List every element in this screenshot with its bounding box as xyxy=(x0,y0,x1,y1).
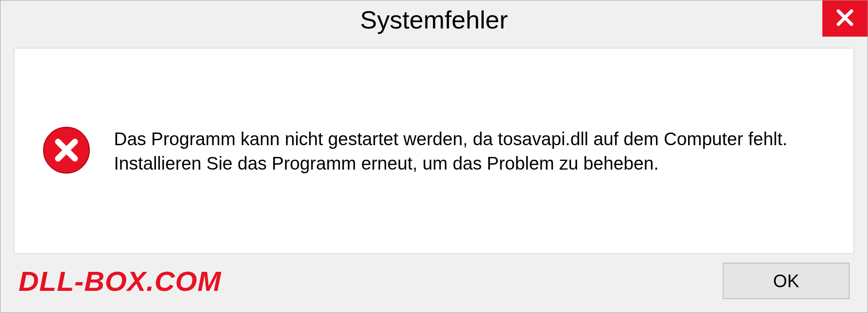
watermark-text: DLL-BOX.COM xyxy=(19,265,221,297)
ok-button[interactable]: OK xyxy=(723,263,849,299)
error-message: Das Programm kann nicht gestartet werden… xyxy=(114,127,826,175)
dialog-title: Systemfehler xyxy=(360,5,508,34)
close-button[interactable] xyxy=(822,0,868,37)
message-panel: Das Programm kann nicht gestartet werden… xyxy=(14,48,854,254)
error-icon xyxy=(42,125,91,177)
close-icon xyxy=(834,6,856,31)
error-dialog: Systemfehler Das Programm kann nicht ges… xyxy=(0,0,868,313)
ok-button-label: OK xyxy=(773,271,799,291)
titlebar: Systemfehler xyxy=(0,0,868,43)
dialog-footer: DLL-BOX.COM OK xyxy=(0,263,868,313)
